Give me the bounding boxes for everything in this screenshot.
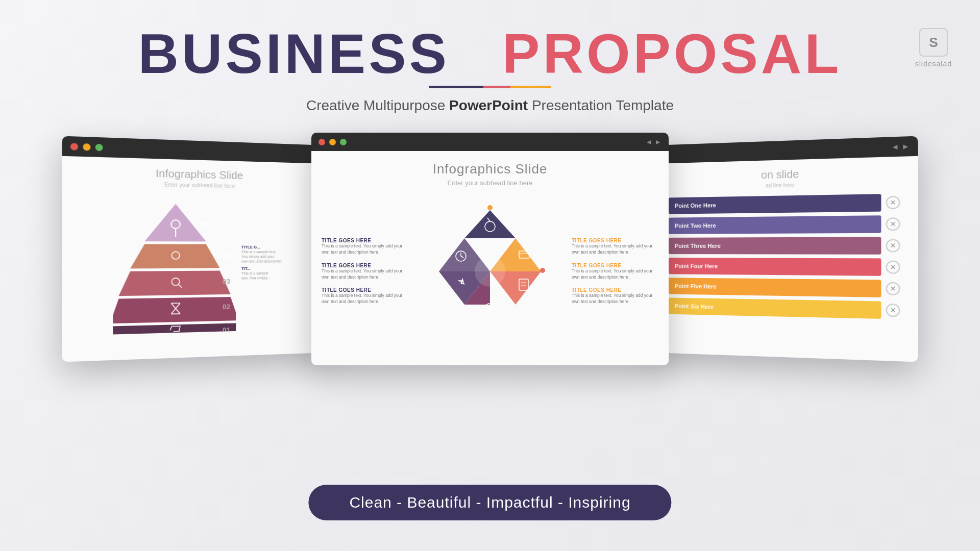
hex-right-label-3: TITLE GOES HERE This is a sample text. Y… — [572, 287, 658, 305]
hex-right-title-3: TITLE GOES HERE — [572, 287, 658, 293]
dot-green-left — [95, 143, 103, 151]
hex-right-text-3: This is a sample text. You simply add yo… — [572, 293, 658, 305]
svg-text:02: 02 — [223, 303, 230, 311]
subtitle: Creative Multipurpose PowerPoint Present… — [0, 97, 980, 114]
svg-text:04: 04 — [223, 253, 231, 260]
pyramid-labels: TITLE G... This is a sample text.You sim… — [241, 245, 282, 280]
hex-left-label-3: TITLE GOES HERE This is a sample text. Y… — [322, 287, 408, 305]
list-item-row-2: Point Two Here ✕ — [669, 215, 900, 234]
underline-seg3 — [510, 86, 551, 88]
main-slide-subtitle: Enter your subhead line here — [448, 179, 533, 187]
left-slide-subtitle: Enter your subhead line here — [164, 182, 235, 189]
main-slide-window: ◄ ► Infographics Slide Enter your subhea… — [311, 133, 669, 365]
svg-marker-2 — [119, 270, 231, 296]
left-slide-content: Infographics Slide Enter your subhead li… — [62, 156, 327, 362]
hex-right-text-2: This is a sample text. You simply add yo… — [572, 268, 658, 281]
hex-left-label-1: TITLE GOES HERE This is a sample text. Y… — [322, 238, 408, 256]
hex-right-title-1: TITLE GOES HERE — [572, 238, 658, 243]
hex-left-text-2: This is a sample text. You simply add yo… — [322, 268, 408, 281]
main-slide-title: Infographics Slide — [433, 161, 548, 177]
svg-marker-4 — [113, 323, 236, 335]
list-item-row-6: Point Six Here ✕ — [669, 297, 900, 319]
hex-left-label-2: TITLE GOES HERE This is a sample text. Y… — [322, 263, 408, 281]
subtitle-plain: Creative Multipurpose — [306, 97, 449, 113]
svg-marker-1 — [130, 244, 219, 268]
dot-red-left — [70, 143, 78, 151]
dot-green-main — [340, 139, 347, 145]
title-underline — [429, 86, 551, 88]
svg-point-39 — [540, 268, 545, 273]
hex-left-title-2: TITLE GOES HERE — [322, 263, 408, 268]
pyramid-svg: 05 04 03 02 01 — [113, 192, 236, 334]
list-bar-6: Point Six Here — [669, 297, 881, 318]
pyramid-lbl-title-1: TITLE G... — [241, 245, 282, 249]
dot-yellow-left — [83, 143, 90, 151]
list-items-container: Point One Here ✕ Point Two Here ✕ Point … — [664, 193, 906, 319]
svg-text:01: 01 — [223, 326, 231, 334]
hex-svg-container — [408, 195, 572, 348]
list-item-row-1: Point One Here ✕ — [669, 194, 900, 214]
list-x-6: ✕ — [886, 304, 900, 317]
main-title: BUSINESS PROPOSAL — [0, 26, 980, 82]
hex-right-label-1: TITLE GOES HERE This is a sample text. Y… — [572, 238, 658, 256]
hex-labels-right: TITLE GOES HERE This is a sample text. Y… — [572, 238, 658, 305]
title-proposal: PROPOSAL — [502, 22, 842, 85]
pyramid-label-1: TITLE G... This is a sample text.You sim… — [241, 245, 282, 264]
nav-arrows: ◄ ► — [645, 138, 662, 146]
hex-right-label-2: TITLE GOES HERE This is a sample text. Y… — [572, 263, 658, 281]
list-item-row-3: Point Three Here ✕ — [669, 237, 900, 255]
svg-point-38 — [487, 205, 493, 210]
list-item-row-4: Point Four Here ✕ — [669, 258, 900, 276]
svg-text:03: 03 — [223, 278, 231, 285]
tagline-bar: Clean - Beautiful - Impactful - Inspirin… — [308, 485, 671, 520]
svg-text:05: 05 — [201, 220, 209, 228]
main-slide-content: Infographics Slide Enter your subhead li… — [311, 151, 669, 365]
left-slide-window: Infographics Slide Enter your subhead li… — [62, 136, 327, 362]
hex-left-title-1: TITLE GOES HERE — [322, 238, 408, 243]
header: BUSINESS PROPOSAL Creative Multipurpose … — [0, 26, 980, 114]
main-titlebar: ◄ ► — [311, 133, 669, 151]
list-x-1: ✕ — [886, 196, 900, 209]
list-bar-4: Point Four Here — [669, 258, 881, 276]
hex-left-text-3: This is a sample text. You simply add yo… — [322, 293, 408, 305]
right-slide-window: ◄ ► on slide ad line here Point One Here… — [653, 136, 918, 362]
hex-right-title-2: TITLE GOES HERE — [572, 263, 658, 268]
right-nav-arrows: ◄ ► — [891, 142, 910, 152]
underline-seg2 — [483, 86, 510, 88]
right-slide-content: on slide ad line here Point One Here ✕ P… — [653, 156, 918, 362]
list-x-2: ✕ — [886, 217, 900, 231]
list-bar-2: Point Two Here — [669, 215, 881, 234]
pyramid-label-2: TIT... This is a sampletext. You simply.… — [241, 266, 282, 280]
list-x-5: ✕ — [886, 282, 900, 295]
list-bar-3: Point Three Here — [669, 237, 881, 255]
dot-yellow-main — [329, 139, 336, 145]
list-item-row-5: Point Five Here ✕ — [669, 278, 900, 297]
subtitle-bold: PowerPoint — [449, 97, 528, 113]
list-bar-5: Point Five Here — [669, 278, 881, 297]
title-business: BUSINESS — [138, 22, 450, 85]
list-x-4: ✕ — [886, 261, 900, 274]
list-bar-1: Point One Here — [669, 194, 881, 214]
hex-right-text-1: This is a sample text. You simply add yo… — [572, 243, 658, 256]
left-slide-title: Infographics Slide — [156, 167, 243, 182]
list-x-3: ✕ — [886, 239, 900, 252]
dot-red-main — [318, 139, 325, 145]
hex-infographic-svg — [416, 200, 564, 343]
subtitle-rest: Presentation Template — [528, 97, 674, 113]
hex-left-text-1: This is a sample text. You simply add yo… — [322, 243, 408, 256]
hex-left-title-3: TITLE GOES HERE — [322, 287, 408, 293]
hex-labels-left: TITLE GOES HERE This is a sample text. Y… — [322, 238, 408, 305]
slides-area: Infographics Slide Enter your subhead li… — [0, 133, 980, 365]
svg-point-25 — [475, 256, 505, 287]
pyramid-container: 05 04 03 02 01 TITLE G... This is a samp… — [113, 192, 282, 334]
underline-seg1 — [429, 86, 483, 88]
pyramid-lbl-title-2: TIT... — [241, 266, 270, 271]
hex-area: TITLE GOES HERE This is a sample text. Y… — [322, 195, 658, 348]
svg-marker-19 — [464, 210, 516, 238]
